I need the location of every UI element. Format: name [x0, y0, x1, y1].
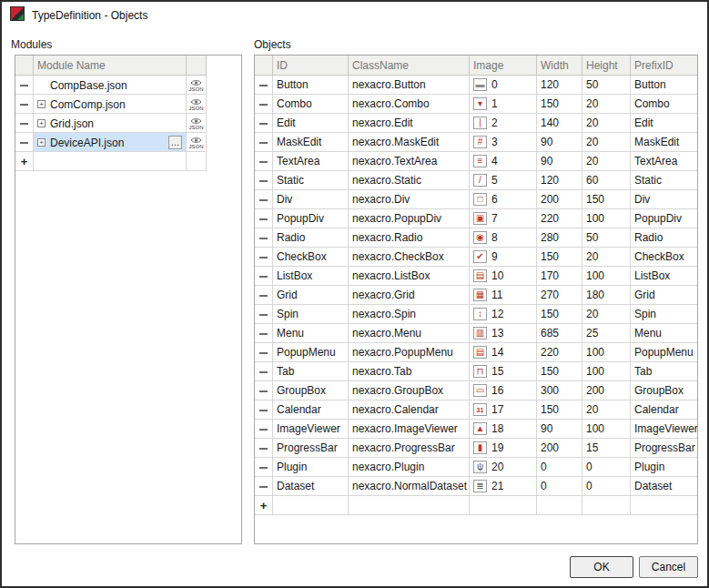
object-image-cell[interactable]: ψ20: [470, 458, 537, 477]
object-classname-cell[interactable]: nexacro.Combo: [349, 95, 470, 114]
object-prefixid-cell[interactable]: Combo: [631, 95, 699, 114]
object-row[interactable]: Calendarnexacro.Calendar311715020Calenda…: [255, 400, 699, 420]
object-height-cell[interactable]: 100: [582, 420, 631, 439]
object-width-cell[interactable]: 150: [537, 248, 582, 267]
object-classname-cell[interactable]: nexacro.Grid: [349, 286, 470, 305]
object-prefixid-cell[interactable]: Static: [631, 171, 699, 190]
ok-button[interactable]: OK: [570, 556, 633, 578]
object-width-cell[interactable]: 300: [537, 381, 582, 400]
object-row[interactable]: TextAreanexacro.TextArea≡49020TextArea: [255, 152, 699, 171]
object-row[interactable]: Tabnexacro.Tab⊓15150100Tab: [255, 362, 699, 381]
object-prefixid-cell[interactable]: TextArea: [631, 152, 699, 171]
object-row[interactable]: Radionexacro.Radio◉828050Radio: [255, 228, 699, 248]
object-width-cell[interactable]: 150: [537, 95, 582, 114]
object-add-row[interactable]: +: [255, 496, 699, 515]
object-row[interactable]: Gridnexacro.Grid▦11270180Grid: [255, 286, 699, 305]
object-id-cell[interactable]: Menu: [273, 324, 349, 343]
object-height-cell[interactable]: 150: [582, 190, 631, 209]
object-row[interactable]: MaskEditnexacro.MaskEdit#39020MaskEdit: [255, 133, 699, 152]
object-image-cell[interactable]: ▤14: [470, 343, 537, 362]
object-row-handle[interactable]: [255, 400, 273, 420]
object-prefixid-cell[interactable]: PopupDiv: [631, 209, 699, 228]
object-id-cell[interactable]: Edit: [273, 114, 349, 133]
object-height-cell[interactable]: 0: [582, 458, 631, 477]
object-height-cell[interactable]: 100: [582, 209, 631, 228]
object-image-cell[interactable]: /5: [470, 171, 537, 190]
object-id-cell[interactable]: ImageViewer: [273, 420, 349, 439]
object-height-cell[interactable]: 20: [582, 95, 631, 114]
object-classname-cell[interactable]: nexacro.Tab: [349, 362, 470, 381]
object-height-cell[interactable]: 20: [582, 305, 631, 324]
object-height-cell[interactable]: 100: [582, 267, 631, 286]
object-row[interactable]: ImageViewernexacro.ImageViewer▲1890100Im…: [255, 420, 699, 439]
module-row-handle[interactable]: [15, 76, 34, 95]
object-classname-cell[interactable]: nexacro.Radio: [349, 228, 470, 248]
object-id-cell[interactable]: Grid: [273, 286, 349, 305]
object-id-cell[interactable]: Button: [273, 76, 349, 95]
object-row-handle[interactable]: [255, 477, 273, 496]
object-id-cell[interactable]: ListBox: [273, 267, 349, 286]
object-row-handle[interactable]: [255, 343, 273, 362]
object-width-cell[interactable]: 0: [537, 458, 582, 477]
object-row-handle[interactable]: [255, 95, 273, 114]
object-width-cell[interactable]: 150: [537, 305, 582, 324]
object-width-cell[interactable]: 220: [537, 209, 582, 228]
module-row[interactable]: +DeviceAPI.json…JSON: [15, 133, 207, 152]
object-height-cell[interactable]: 0: [582, 477, 631, 496]
object-row[interactable]: Combonexacro.Combo▾115020Combo: [255, 95, 699, 114]
object-prefixid-cell[interactable]: Button: [631, 76, 699, 95]
object-prefixid-cell[interactable]: Edit: [631, 114, 699, 133]
object-classname-cell[interactable]: nexacro.CheckBox: [349, 248, 470, 267]
object-image-cell[interactable]: ▾1: [470, 95, 537, 114]
object-image-cell[interactable]: ▲18: [470, 420, 537, 439]
expand-icon[interactable]: +: [37, 138, 46, 147]
object-image-cell[interactable]: ▮19: [470, 439, 537, 458]
object-width-cell[interactable]: 120: [537, 76, 582, 95]
add-row-handle[interactable]: +: [15, 152, 34, 171]
object-width-cell[interactable]: 0: [537, 477, 582, 496]
object-height-cell[interactable]: 50: [582, 228, 631, 248]
object-image-cell[interactable]: ▣7: [470, 209, 537, 228]
object-height-cell[interactable]: 20: [582, 114, 631, 133]
object-image-cell[interactable]: #3: [470, 133, 537, 152]
object-width-cell[interactable]: 90: [537, 133, 582, 152]
object-id-cell[interactable]: MaskEdit: [273, 133, 349, 152]
object-prefixid-cell[interactable]: Div: [631, 190, 699, 209]
object-row[interactable]: Buttonnexacro.Button▬012050Button: [255, 76, 699, 95]
object-classname-cell[interactable]: nexacro.Static: [349, 171, 470, 190]
object-image-cell[interactable]: ▥13: [470, 324, 537, 343]
module-row[interactable]: CompBase.jsonJSON: [15, 76, 207, 95]
object-id-cell[interactable]: Dataset: [273, 477, 349, 496]
object-id-cell[interactable]: TextArea: [273, 152, 349, 171]
object-width-cell[interactable]: 150: [537, 400, 582, 420]
object-image-cell[interactable]: 3117: [470, 400, 537, 420]
object-row-handle[interactable]: [255, 76, 273, 95]
module-row-handle[interactable]: [15, 114, 34, 133]
object-row-handle[interactable]: [255, 152, 273, 171]
object-prefixid-cell[interactable]: Calendar: [631, 400, 699, 420]
object-height-cell[interactable]: 60: [582, 171, 631, 190]
object-height-cell[interactable]: 100: [582, 343, 631, 362]
module-name-cell[interactable]: +DeviceAPI.json…: [34, 133, 187, 152]
object-classname-cell[interactable]: nexacro.Div: [349, 190, 470, 209]
object-row-handle[interactable]: [255, 305, 273, 324]
object-prefixid-cell[interactable]: Plugin: [631, 458, 699, 477]
object-height-cell[interactable]: 180: [582, 286, 631, 305]
object-classname-cell[interactable]: nexacro.Spin: [349, 305, 470, 324]
object-id-cell[interactable]: Radio: [273, 228, 349, 248]
object-width-cell[interactable]: 220: [537, 343, 582, 362]
object-row-handle[interactable]: [255, 248, 273, 267]
object-id-cell[interactable]: GroupBox: [273, 381, 349, 400]
object-row-handle[interactable]: [255, 324, 273, 343]
object-id-cell[interactable]: Plugin: [273, 458, 349, 477]
object-classname-cell[interactable]: nexacro.TextArea: [349, 152, 470, 171]
object-row-handle[interactable]: [255, 114, 273, 133]
object-height-cell[interactable]: 20: [582, 248, 631, 267]
object-row-handle[interactable]: [255, 439, 273, 458]
object-classname-cell[interactable]: nexacro.NormalDataset: [349, 477, 470, 496]
object-id-cell[interactable]: PopupDiv: [273, 209, 349, 228]
object-image-cell[interactable]: ≣21: [470, 477, 537, 496]
object-row[interactable]: Datasetnexacro.NormalDataset≣2100Dataset: [255, 477, 699, 496]
object-prefixid-cell[interactable]: Menu: [631, 324, 699, 343]
object-classname-cell[interactable]: nexacro.Plugin: [349, 458, 470, 477]
